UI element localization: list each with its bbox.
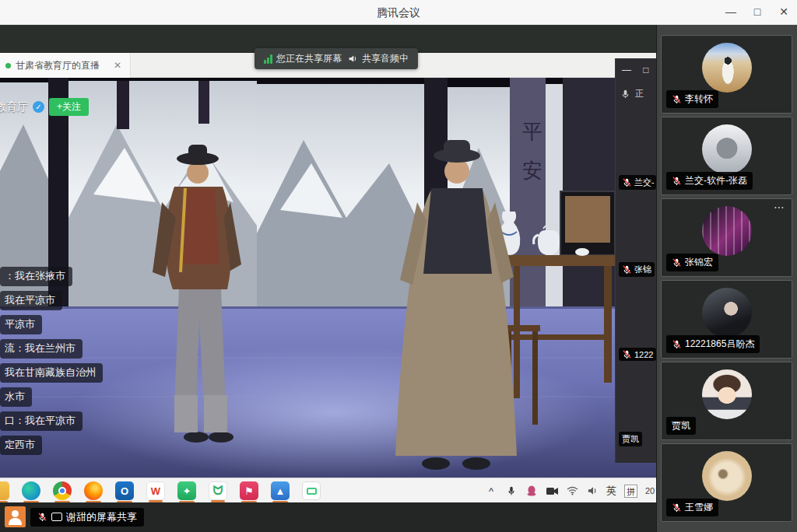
participant-name: 张锦宏 [685, 256, 713, 269]
channel-row: 教育厅 ✓ +关注 [0, 98, 89, 116]
mic-muted-icon [672, 339, 682, 349]
maximize-button[interactable]: □ [744, 0, 771, 25]
minimize-button[interactable]: — [718, 0, 744, 25]
mic-muted-icon [622, 264, 632, 275]
chat-message: 口：我在平凉市 [0, 411, 83, 431]
embedded-name-text: 兰交- [634, 177, 655, 188]
avatar [702, 288, 752, 338]
embedded-window-controls[interactable]: — □ [622, 65, 654, 75]
tray-mic-icon[interactable] [505, 485, 518, 497]
participant-name-label: 王雪娜 [666, 499, 718, 516]
embedded-name-label: 张锦 [619, 262, 655, 277]
mountain-app-icon[interactable]: ▲ [271, 481, 290, 500]
screen-cast-icon[interactable] [302, 481, 321, 500]
meeting-bottom-strip: 谢甜的屏幕共享 [0, 502, 656, 532]
system-tray: ^ 英 拼 20 [485, 478, 656, 503]
participant-tile[interactable]: 李转怀 [661, 35, 792, 114]
avatar [702, 451, 752, 501]
verified-badge-icon: ✓ [33, 101, 44, 113]
avatar [702, 43, 752, 93]
chat-message: ：我在张掖市 [0, 267, 72, 286]
embedded-meeting-panel: — □ 正 兰交- [615, 58, 656, 463]
chat-message: 平凉市 [0, 315, 42, 334]
participant-name-label: 兰交-软件-张磊 [666, 172, 753, 190]
sharing-status: 您正在共享屏幕 [264, 52, 342, 65]
tray-camera-icon[interactable] [546, 485, 558, 497]
chat-message: 定西市 [0, 436, 42, 455]
tray-qq-icon[interactable] [525, 485, 538, 497]
embedded-name-label: 1222 [619, 348, 656, 361]
wps-office-icon[interactable]: W [146, 481, 165, 500]
embedded-name-text: 贾凯 [622, 433, 639, 445]
taskbar-apps: O W ✦ ᗢ ⚑ ▲ [0, 478, 327, 503]
participant-tile[interactable]: ⋯ 张锦宏 [661, 198, 792, 277]
mic-muted-icon [672, 176, 682, 186]
chat-message: 我在平凉市 [0, 291, 62, 310]
participant-tile[interactable]: 王雪娜 [661, 443, 792, 522]
chat-message: 流：我在兰州市 [0, 339, 83, 359]
sharer-text: 谢甜的屏幕共享 [66, 510, 137, 524]
embedded-speaking-label: 正 [635, 88, 644, 100]
speaker-icon [348, 54, 358, 64]
tray-chevron-icon[interactable]: ^ [485, 485, 497, 497]
participant-tile[interactable]: 贾凯 [661, 362, 792, 440]
window-titlebar: 腾讯会议 — □ ✕ [0, 0, 797, 25]
mic-icon [620, 89, 630, 99]
participant-tile[interactable]: 12221865吕盼杰 [661, 280, 792, 359]
follow-button[interactable]: +关注 [49, 98, 89, 116]
wifi-icon[interactable] [566, 485, 578, 497]
participants-sidebar: 李转怀 兰交-软件-张磊 ⋯ [656, 25, 797, 532]
lang-indicator[interactable]: 英 [606, 484, 616, 498]
sharer-avatar [5, 506, 26, 527]
mic-muted-icon [622, 349, 632, 359]
participant-name: 李转怀 [685, 93, 713, 106]
channel-name: 教育厅 [0, 100, 28, 114]
window-title: 腾讯会议 [0, 0, 797, 25]
embedded-name-text: 1222 [634, 350, 653, 359]
embedded-name-text: 张锦 [634, 264, 651, 275]
tab-close-icon[interactable]: ✕ [111, 53, 124, 78]
close-button[interactable]: ✕ [771, 0, 797, 25]
participant-tile[interactable]: 兰交-软件-张磊 [661, 117, 792, 195]
audio-share-label: 共享音频中 [362, 52, 409, 65]
live-dot-icon [5, 63, 11, 68]
docs-app-icon[interactable]: ✦ [177, 481, 196, 500]
mic-muted-icon [37, 512, 47, 522]
clock-partial[interactable]: 20 [645, 486, 655, 495]
browser-tab[interactable]: 甘肃省教育厅的直播 ✕ [0, 53, 131, 78]
chat-overlay: ：我在张掖市 我在平凉市 平凉市 流：我在兰州市 我在甘南藏族自治州 水市 口：… [0, 267, 103, 455]
chrome-icon[interactable] [53, 481, 72, 500]
participant-name-label: 贾凯 [666, 417, 696, 435]
more-options-button[interactable]: ⋯ [774, 201, 785, 213]
calligraphy-char-2: 安 [522, 159, 542, 182]
calligraphy-char-1: 平 [522, 121, 542, 143]
avatar [702, 124, 752, 174]
shared-screen-region: 甘肃省教育厅的直播 ✕ 您正在共享屏幕 共享音频中 [0, 25, 656, 532]
embedded-name-label: 兰交- [619, 175, 656, 190]
live-stream-video: 平 安 [0, 78, 656, 478]
mic-muted-icon [672, 94, 682, 104]
participant-name: 贾凯 [672, 419, 690, 432]
edge-icon[interactable] [22, 481, 40, 500]
chat-message: 水市 [0, 387, 32, 407]
signal-bars-icon [264, 54, 272, 64]
participant-name-label: 12221865吕盼杰 [666, 335, 760, 353]
participant-name-label: 张锦宏 [666, 254, 718, 271]
sharing-status-label: 您正在共享屏幕 [276, 52, 342, 65]
mic-muted-icon [672, 257, 682, 268]
volume-icon[interactable] [586, 485, 599, 497]
sharer-label: 谢甜的屏幕共享 [30, 508, 144, 527]
avatar [702, 206, 752, 256]
screen-share-icon [51, 513, 62, 521]
tencent-meeting-window: 腾讯会议 — □ ✕ 甘肃省教育厅的直播 ✕ 您正在共享屏幕 [0, 0, 797, 532]
sharing-banner[interactable]: 您正在共享屏幕 共享音频中 [255, 48, 418, 69]
ime-indicator[interactable]: 拼 [624, 485, 637, 498]
file-explorer-icon[interactable] [0, 481, 9, 500]
firefox-icon[interactable] [84, 481, 103, 500]
whale-app-icon[interactable]: ᗢ [209, 481, 227, 500]
outlook-icon[interactable]: O [115, 481, 134, 500]
participant-name-label: 李转怀 [666, 90, 718, 108]
embedded-speaking-row: 正 [620, 88, 656, 100]
chat-message: 我在甘南藏族自治州 [0, 363, 103, 383]
flag-app-icon[interactable]: ⚑ [240, 481, 258, 500]
